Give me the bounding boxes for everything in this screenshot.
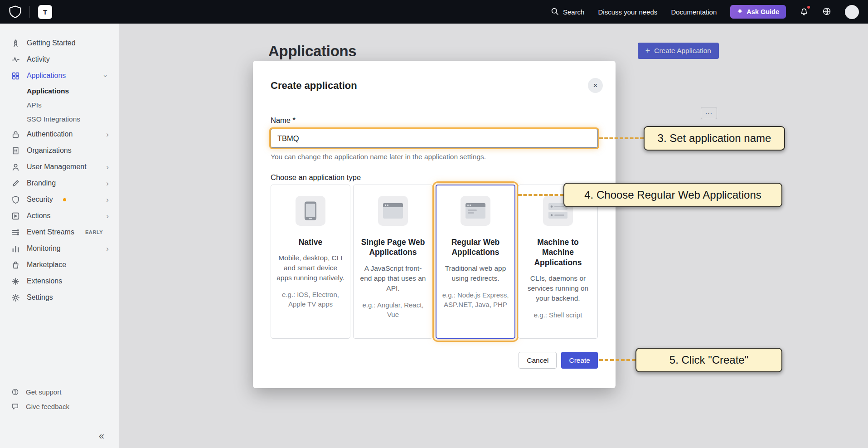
- card-description: Mobile, desktop, CLI and smart device ap…: [276, 253, 345, 283]
- annotation-step-3: 3. Set application name: [644, 126, 785, 151]
- annotation-text: 5. Click "Create": [669, 354, 748, 366]
- sidebar-item-label: Extensions: [27, 277, 62, 285]
- modal-title: Create application: [271, 80, 357, 92]
- browser-icon: [378, 196, 408, 226]
- sidebar-subitem-label: SSO Integrations: [27, 115, 80, 123]
- search-button[interactable]: Search: [551, 7, 585, 17]
- bar-chart-icon: [11, 244, 20, 253]
- chevron-right-icon: ›: [106, 245, 109, 253]
- application-type-cards: Native Mobile, desktop, CLI and smart de…: [271, 185, 598, 339]
- sidebar-item-user-management[interactable]: User Management ›: [0, 159, 119, 175]
- sidebar-item-label: Applications: [27, 72, 66, 80]
- building-icon: [11, 146, 20, 155]
- topbar: T Search Discuss your needs Documentatio…: [0, 0, 868, 24]
- sidebar-item-security[interactable]: Security ›: [0, 191, 119, 208]
- notification-dot: [806, 5, 811, 10]
- sidebar-subitem-label: APIs: [27, 101, 42, 109]
- chevron-right-icon: ›: [106, 196, 109, 204]
- card-description: Traditional web app using redirects.: [441, 263, 510, 283]
- sidebar-item-getting-started[interactable]: Getting Started: [0, 35, 119, 51]
- sidebar-footer: Get support Give feedback: [0, 385, 119, 414]
- annotation-connector-step-3: [599, 137, 644, 139]
- annotation-step-4: 4. Choose Regular Web Applications: [563, 183, 782, 207]
- sidebar-item-organizations[interactable]: Organizations: [0, 142, 119, 159]
- card-example: e.g.: Shell script: [524, 310, 592, 320]
- shield-icon: [11, 195, 20, 204]
- give-feedback-link[interactable]: Give feedback: [0, 399, 119, 414]
- card-title: Regular Web Applications: [441, 237, 510, 258]
- card-title: Single Page Web Applications: [359, 237, 427, 258]
- topbar-divider: [29, 6, 30, 18]
- gear-icon: [11, 293, 20, 302]
- phone-icon: [296, 196, 325, 226]
- sidebar-item-label: Getting Started: [27, 39, 76, 47]
- sidebar-item-marketplace[interactable]: Marketplace: [0, 257, 119, 273]
- tenant-switcher[interactable]: T: [38, 5, 52, 19]
- sidebar-item-authentication[interactable]: Authentication ›: [0, 126, 119, 142]
- card-native[interactable]: Native Mobile, desktop, CLI and smart de…: [271, 185, 350, 339]
- close-button[interactable]: ×: [588, 78, 603, 93]
- card-regular-web[interactable]: Regular Web Applications Traditional web…: [436, 185, 515, 339]
- sidebar-item-monitoring[interactable]: Monitoring ›: [0, 240, 119, 257]
- annotation-connector-step-5: [599, 359, 635, 361]
- search-icon: [551, 7, 559, 17]
- card-machine-to-machine[interactable]: Machine to Machine Applications CLIs, da…: [518, 185, 598, 339]
- sidebar-item-settings[interactable]: Settings: [0, 289, 119, 306]
- actions-icon: [11, 212, 20, 220]
- close-icon: ×: [593, 81, 598, 90]
- cancel-button[interactable]: Cancel: [519, 352, 557, 369]
- create-button[interactable]: Create: [561, 352, 598, 369]
- security-alert-dot: [63, 198, 66, 201]
- sidebar-item-label: Authentication: [27, 130, 73, 138]
- sidebar-item-branding[interactable]: Branding ›: [0, 175, 119, 191]
- sidebar-item-activity[interactable]: Activity: [0, 51, 119, 68]
- card-description: CLIs, daemons or services running on you…: [524, 273, 592, 303]
- user-avatar[interactable]: [845, 5, 859, 19]
- sidebar-subitem-applications[interactable]: Applications: [0, 84, 119, 98]
- sidebar-item-label: Organizations: [27, 146, 72, 155]
- language-button[interactable]: [822, 7, 831, 17]
- chevron-down-icon: ›: [102, 74, 110, 77]
- auth0-logo-icon[interactable]: [9, 5, 21, 18]
- sidebar-item-extensions[interactable]: Extensions: [0, 273, 119, 289]
- sidebar-item-actions[interactable]: Actions ›: [0, 208, 119, 224]
- sidebar-item-label: Settings: [27, 293, 53, 302]
- sidebar-item-label: Actions: [27, 212, 50, 220]
- chevron-right-icon: ›: [106, 212, 109, 220]
- chevron-right-icon: ›: [106, 163, 109, 171]
- globe-icon: [822, 7, 831, 17]
- sidebar-subitem-apis[interactable]: APIs: [0, 98, 119, 112]
- card-title: Native: [276, 237, 345, 247]
- annotation-connector-step-4: [518, 194, 563, 196]
- card-single-page-web[interactable]: Single Page Web Applications A JavaScrip…: [353, 185, 433, 339]
- discuss-your-needs-link[interactable]: Discuss your needs: [598, 8, 657, 16]
- tenant-initial: T: [43, 8, 47, 16]
- collapse-sidebar-button[interactable]: «: [96, 430, 107, 443]
- grid-icon: [11, 72, 20, 80]
- get-support-link[interactable]: Get support: [0, 385, 119, 399]
- sidebar-item-label: Security: [27, 195, 53, 204]
- application-type-label: Choose an application type: [271, 173, 361, 182]
- sidebar-subitem-sso-integrations[interactable]: SSO Integrations: [0, 112, 119, 126]
- annotation-text: 3. Set application name: [658, 132, 771, 145]
- sidebar-item-label: Branding: [27, 179, 56, 187]
- extensions-icon: [11, 277, 20, 286]
- user-icon: [11, 163, 20, 171]
- documentation-link[interactable]: Documentation: [671, 8, 717, 16]
- card-title: Machine to Machine Applications: [524, 237, 592, 268]
- modal-footer: Cancel Create: [519, 352, 598, 369]
- sidebar: Getting Started Activity Applications › …: [0, 24, 119, 448]
- sidebar-item-label: User Management: [27, 163, 87, 171]
- ask-guide-button[interactable]: Ask Guide: [730, 5, 786, 19]
- rocket-icon: [11, 39, 20, 48]
- sidebar-item-applications[interactable]: Applications ›: [0, 68, 119, 84]
- card-example: e.g.: Node.js Express, ASP.NET, Java, PH…: [441, 290, 510, 309]
- help-icon: [11, 388, 19, 396]
- sidebar-item-event-streams[interactable]: Event Streams EARLY: [0, 224, 119, 240]
- application-name-input[interactable]: [271, 129, 598, 148]
- notifications-button[interactable]: [800, 7, 809, 17]
- get-support-label: Get support: [26, 388, 61, 396]
- annotation-text: 4. Choose Regular Web Applications: [584, 189, 761, 201]
- activity-icon: [11, 55, 20, 64]
- create-application-modal: Create application × Name * You can chan…: [253, 61, 616, 388]
